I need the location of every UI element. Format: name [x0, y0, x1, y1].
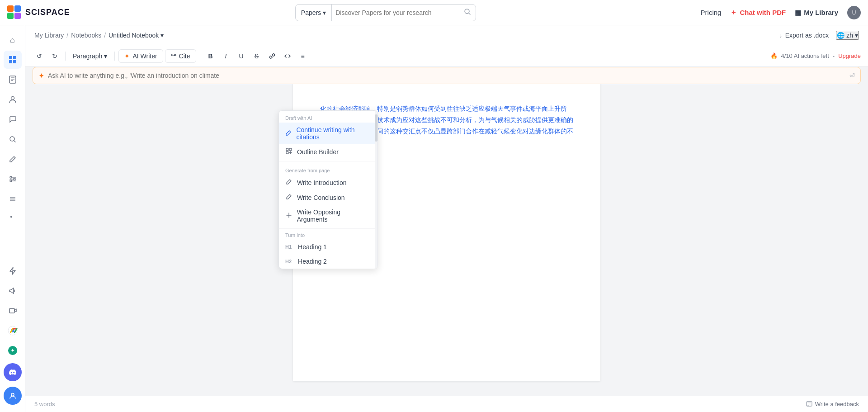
- strikethrough-button[interactable]: S: [250, 49, 264, 63]
- heading2-item[interactable]: H2 Heading 2: [279, 254, 377, 269]
- continue-writing-item[interactable]: Continue writing with citations: [279, 123, 377, 144]
- toolbar-separator-3: [200, 52, 200, 61]
- sidebar-item-profile[interactable]: [4, 90, 22, 109]
- outline-builder-label: Outline Builder: [297, 148, 339, 156]
- write-introduction-label: Write Introduction: [297, 179, 346, 186]
- upgrade-link[interactable]: Upgrade: [838, 52, 861, 59]
- top-nav: SCISPACE Papers ▾ Pricing ＋ Chat with PD…: [0, 0, 868, 25]
- sidebar-item-search[interactable]: [4, 130, 22, 148]
- sidebar-item-documents[interactable]: [4, 51, 22, 69]
- export-button[interactable]: ↓ Export as .docx: [779, 32, 829, 39]
- write-opposing-icon: [285, 212, 292, 220]
- chat-with-pdf-button[interactable]: ＋ Chat with PDF: [730, 8, 786, 17]
- dash-separator: -: [833, 52, 835, 59]
- draft-with-ai-section-label: Draft with AI: [279, 111, 377, 123]
- svg-rect-0: [7, 5, 14, 12]
- underline-button[interactable]: U: [235, 49, 248, 63]
- breadcrumb-notebooks[interactable]: Notebooks: [71, 32, 101, 39]
- my-library-button[interactable]: ▦ My Library: [795, 9, 838, 17]
- content-area: My Library / Notebooks / Untitled Notebo…: [25, 25, 868, 412]
- write-feedback-button[interactable]: Write a feedback: [806, 401, 859, 407]
- turn-into-section-label: Turn into: [279, 231, 377, 240]
- redo-button[interactable]: ↻: [48, 49, 61, 63]
- chat-pdf-label: Chat with PDF: [740, 9, 786, 16]
- sidebar-item-ai[interactable]: ✦: [4, 341, 22, 360]
- discord-icon: [9, 369, 16, 375]
- svg-rect-34: [289, 148, 292, 151]
- svg-rect-6: [9, 56, 12, 59]
- svg-rect-35: [286, 152, 288, 154]
- heading1-item[interactable]: H1 Heading 1: [279, 240, 377, 254]
- italic-button[interactable]: I: [219, 49, 233, 63]
- sidebar-item-video[interactable]: [4, 302, 22, 320]
- sidebar-item-flash[interactable]: [4, 262, 22, 280]
- outline-builder-item[interactable]: Outline Builder: [279, 144, 377, 159]
- notebook-icon: [9, 76, 17, 84]
- list-icon: [9, 195, 17, 203]
- sidebar-item-notebook[interactable]: [4, 71, 22, 89]
- sidebar-item-chat[interactable]: [4, 110, 22, 128]
- language-button[interactable]: 🌐 zh ▾: [836, 31, 859, 40]
- write-opposing-item[interactable]: Write Opposing Arguments: [279, 205, 377, 227]
- paragraph-button[interactable]: Paragraph ▾: [69, 51, 111, 62]
- lang-label: zh: [846, 32, 853, 39]
- ai-writer-button[interactable]: ✦ AI Writer: [118, 49, 163, 63]
- svg-rect-27: [9, 308, 14, 313]
- code-button[interactable]: [281, 49, 294, 63]
- dropdown-divider-2: [279, 228, 377, 229]
- flash-icon: [9, 267, 16, 275]
- breadcrumb-my-library[interactable]: My Library: [34, 32, 64, 39]
- heading1-label: Heading 1: [298, 243, 327, 251]
- write-introduction-item[interactable]: Write Introduction: [279, 175, 377, 190]
- user-circle-button[interactable]: [4, 387, 22, 405]
- search-submit-button[interactable]: [459, 8, 476, 17]
- user-avatar[interactable]: U: [847, 6, 861, 19]
- filter-icon: [9, 175, 17, 183]
- link-button[interactable]: [265, 49, 279, 63]
- svg-rect-2: [7, 13, 14, 19]
- pen-line2-icon: [286, 194, 292, 200]
- svg-rect-3: [14, 13, 21, 19]
- word-count-label: 5 words: [34, 401, 55, 407]
- sidebar-bottom: ✦: [4, 262, 22, 407]
- svg-point-14: [11, 97, 14, 100]
- ai-star-icon: ✦: [124, 52, 130, 60]
- chrome-icon: [8, 326, 18, 336]
- chat-icon: [9, 115, 17, 123]
- svg-line-16: [14, 141, 15, 142]
- write-conclusion-icon: [285, 194, 292, 201]
- search-icon: [464, 8, 471, 15]
- more-options-button[interactable]: ≡: [296, 49, 310, 63]
- write-conclusion-item[interactable]: Write Conclusion: [279, 190, 377, 205]
- chatgpt-icon: ✦: [8, 346, 18, 355]
- user-icon: [9, 392, 16, 399]
- feedback-label: Write a feedback: [815, 401, 859, 407]
- sidebar-item-list[interactable]: [4, 190, 22, 208]
- sidebar-item-announce[interactable]: [4, 282, 22, 300]
- lang-chevron-icon: ▾: [855, 32, 858, 39]
- search-input[interactable]: [332, 9, 459, 16]
- write-opposing-label: Write Opposing Arguments: [297, 208, 371, 223]
- search-type-button[interactable]: Papers ▾: [296, 5, 332, 21]
- sidebar-item-chrome[interactable]: [4, 322, 22, 340]
- sidebar-item-filter[interactable]: [4, 170, 22, 188]
- sidebar-item-home[interactable]: ⌂: [4, 31, 22, 49]
- breadcrumb-bar: My Library / Notebooks / Untitled Notebo…: [25, 25, 868, 45]
- undo-button[interactable]: ↺: [33, 49, 46, 63]
- pricing-link[interactable]: Pricing: [701, 9, 722, 16]
- caret-down-icon: ▾: [160, 32, 164, 39]
- sidebar-item-quote[interactable]: ": [4, 210, 22, 228]
- breadcrumb-current-doc[interactable]: Untitled Notebook ▾: [108, 32, 164, 39]
- dropdown-scrollbar-thumb: [375, 114, 377, 142]
- sidebar-item-write[interactable]: [4, 150, 22, 168]
- quote-icon: ": [9, 215, 17, 223]
- dropdown-scrollbar[interactable]: [375, 111, 377, 269]
- export-label: Export as .docx: [785, 32, 829, 39]
- cite-button[interactable]: ❝❝ Cite: [165, 49, 196, 63]
- discord-button[interactable]: [4, 363, 22, 381]
- bottom-bar: 5 words Write a feedback: [25, 396, 868, 412]
- svg-point-32: [11, 393, 14, 396]
- svg-point-17: [10, 176, 12, 178]
- ai-input-field[interactable]: [48, 72, 846, 79]
- bold-button[interactable]: B: [204, 49, 217, 63]
